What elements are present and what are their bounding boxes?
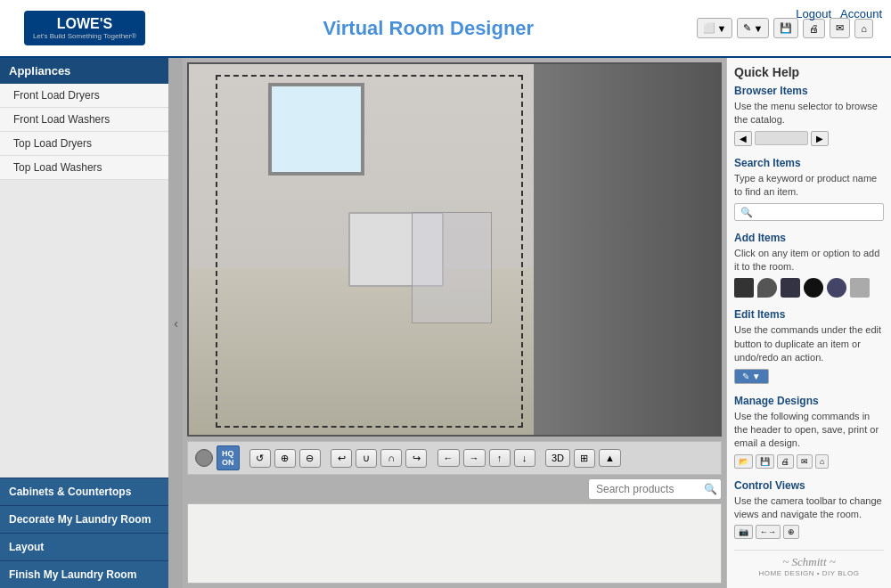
sidebar-cabinets-countertops[interactable]: Cabinets & Countertops (0, 478, 168, 505)
pan-up-button[interactable]: ↑ (489, 449, 511, 467)
add-items-heading: Add Items (734, 232, 884, 244)
manage-designs-heading: Manage Designs (734, 395, 884, 407)
manage-home-btn[interactable]: ⌂ (815, 454, 829, 469)
edit-items-text: Use the commands under the edit button t… (734, 323, 884, 364)
blog-label: HOME DESIGN • DIY BLOG (734, 569, 884, 577)
manage-email-btn[interactable]: ✉ (797, 454, 813, 469)
edit-items-heading: Edit Items (734, 308, 884, 321)
control-views-heading: Control Views (734, 479, 884, 492)
item-icon-3 (781, 278, 800, 298)
blog-signature: ~ Schmitt ~ HOME DESIGN • DIY BLOG (734, 550, 884, 577)
manage-designs-buttons: 📂 💾 🖨 ✉ ⌂ (734, 454, 884, 469)
item-icon-5 (827, 278, 846, 298)
zoom-out-button[interactable]: ⊖ (299, 449, 321, 468)
room-window (268, 83, 364, 176)
browser-nav-preview: ◀ ▶ (734, 131, 884, 146)
sidebar-finish-laundry-room[interactable]: Finish My Laundry Room (0, 560, 168, 588)
sidebar-item-top-load-dryers[interactable]: Top Load Dryers (0, 132, 168, 156)
ctrl-arrows-btn[interactable]: ←→ (756, 525, 781, 539)
search-items-heading: Search Items (734, 157, 884, 169)
flip-v-button[interactable]: ∩ (380, 449, 402, 467)
flip-h-button[interactable]: ∪ (356, 449, 377, 468)
sidebar-item-top-load-washers[interactable]: Top Load Washers (0, 156, 168, 180)
item-icon-4 (804, 278, 823, 298)
edit-btn-preview[interactable]: ✎ ▼ (734, 369, 769, 384)
ctrl-zoom-btn[interactable]: ⊕ (783, 525, 799, 539)
browser-preview-bar (755, 131, 808, 145)
manage-save-btn[interactable]: 💾 (756, 454, 774, 469)
view-selector-button[interactable]: ⬜ ▼ (697, 18, 733, 38)
zoom-in-button[interactable]: ⊕ (274, 449, 296, 468)
pan-right-button[interactable]: → (463, 449, 486, 467)
email-button[interactable]: ✉ (830, 18, 850, 38)
expand-button[interactable]: ▲ (599, 449, 621, 467)
home-button[interactable]: ⌂ (854, 19, 873, 38)
main-layout: Appliances Front Load Dryers Front Load … (0, 58, 891, 588)
item-icon-1 (734, 278, 754, 298)
help-control-views: Control Views Use the camera toolbar to … (734, 479, 884, 540)
search-row: 🔍 (187, 475, 722, 503)
header-actions: Logout Account (796, 7, 882, 20)
help-add-items: Add Items Click on any item or option to… (734, 232, 884, 298)
app-title: Virtual Room Designer (160, 17, 697, 40)
help-search-preview[interactable] (734, 203, 884, 221)
help-browser-items: Browser Items Use the menu selector to b… (734, 85, 884, 146)
help-edit-items: Edit Items Use the commands under the ed… (734, 308, 884, 383)
rotate-object-button[interactable]: ↺ (249, 449, 271, 468)
item-icon-2 (757, 278, 777, 298)
search-wrapper: 🔍 (588, 478, 722, 500)
manage-print-btn[interactable]: 🖨 (777, 454, 794, 469)
sidebar-appliances-header[interactable]: Appliances (0, 58, 168, 84)
right-panel: Quick Help Browser Items Use the menu se… (726, 58, 891, 588)
browser-items-heading: Browser Items (734, 85, 884, 97)
logout-link[interactable]: Logout (796, 7, 831, 20)
logo-tagline: Let's Build Something Together® (33, 32, 136, 41)
hq-toggle-button[interactable]: HQON (217, 445, 240, 470)
manage-designs-text: Use the following commands in the header… (734, 410, 884, 451)
3d-view-button[interactable]: 3D (545, 449, 570, 467)
sidebar-decorate-laundry-room[interactable]: Decorate My Laundry Room (0, 505, 168, 533)
grid-view-button[interactable]: ⊞ (574, 449, 595, 468)
edit-selector-button[interactable]: ✎ ▼ (737, 18, 769, 38)
sidebar-item-front-load-dryers[interactable]: Front Load Dryers (0, 84, 168, 108)
center-area: HQON ↺ ⊕ ⊖ ↩ ∪ ∩ ↪ ← → ↑ ↓ 3D ⊞ ▲ 🔍 (183, 58, 726, 588)
search-input[interactable] (588, 478, 722, 500)
manage-open-btn[interactable]: 📂 (734, 454, 753, 469)
room-viewer[interactable] (187, 62, 722, 437)
sidebar-layout[interactable]: Layout (0, 533, 168, 560)
header-toolbar: ⬜ ▼ ✎ ▼ 💾 🖨 ✉ ⌂ (697, 18, 873, 38)
item-icon-6 (850, 278, 870, 298)
logo: LOWE'S Let's Build Something Together® (24, 11, 145, 45)
browser-items-text: Use the menu selector to browse the cata… (734, 100, 884, 127)
help-search-items: Search Items Type a keyword or product n… (734, 157, 884, 221)
browser-prev-button[interactable]: ◀ (734, 131, 752, 146)
browser-next-button[interactable]: ▶ (811, 131, 829, 146)
control-views-text: Use the camera toolbar to change views a… (734, 494, 884, 522)
undo-button[interactable]: ↩ (331, 449, 352, 468)
pan-left-button[interactable]: ← (437, 449, 460, 467)
viewer-toolbar: HQON ↺ ⊕ ⊖ ↩ ∪ ∩ ↪ ← → ↑ ↓ 3D ⊞ ▲ (187, 441, 722, 475)
ctrl-cam-btn[interactable]: 📷 (734, 525, 753, 539)
blog-sig-text: ~ Schmitt ~ (734, 555, 884, 569)
redo-button[interactable]: ↪ (405, 449, 427, 468)
control-view-buttons: 📷 ←→ ⊕ (734, 525, 884, 539)
sidebar-toggle[interactable]: ‹ (169, 58, 183, 588)
print-button[interactable]: 🖨 (803, 19, 825, 38)
left-sidebar: Appliances Front Load Dryers Front Load … (0, 58, 169, 588)
room-3d-view (189, 64, 720, 435)
account-link[interactable]: Account (840, 7, 882, 20)
bottom-products-panel[interactable] (187, 503, 722, 584)
sidebar-item-front-load-washers[interactable]: Front Load Washers (0, 108, 168, 132)
room-right-wall (534, 64, 720, 435)
save-button[interactable]: 💾 (773, 18, 798, 38)
header: LOWE'S Let's Build Something Together® V… (0, 0, 891, 58)
add-items-text: Click on any item or option to add it to… (734, 247, 884, 274)
pan-down-button[interactable]: ↓ (514, 449, 535, 467)
logo-area: LOWE'S Let's Build Something Together® (9, 11, 160, 45)
room-dryer-rack-object (412, 212, 491, 323)
view-circle-button[interactable] (195, 449, 213, 467)
add-items-icons (734, 278, 884, 298)
logo-text: LOWE'S (33, 15, 136, 32)
search-items-text: Type a keyword or product name to find a… (734, 172, 884, 200)
quick-help-title: Quick Help (734, 65, 884, 79)
